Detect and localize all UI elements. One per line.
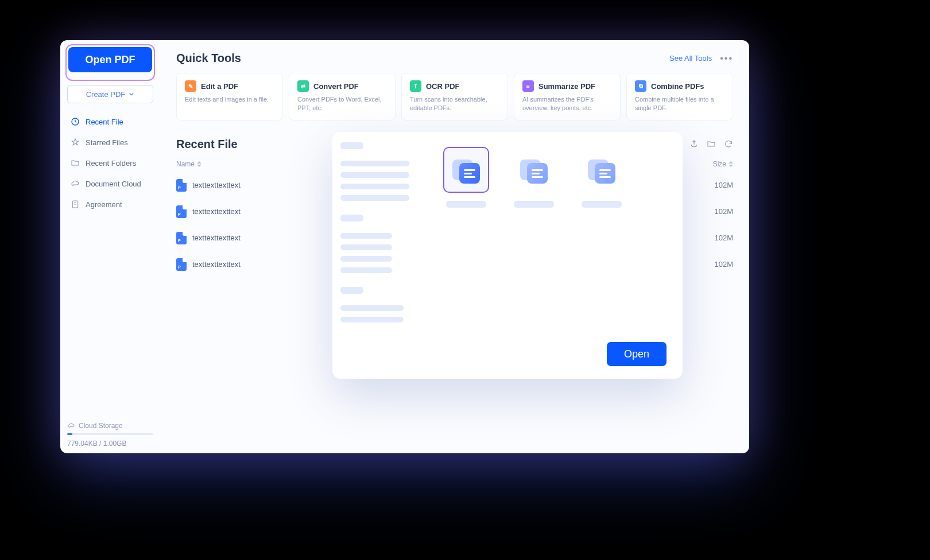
nav-label: Document Cloud <box>86 180 141 188</box>
main-content: Quick Tools See All Tools ••• ✎Edit a PD… <box>160 40 749 453</box>
recent-file-heading: Recent File <box>176 138 238 151</box>
dialog-sidebar <box>332 132 423 379</box>
star-icon <box>71 138 80 147</box>
nav-recent-file[interactable]: Recent File <box>67 112 153 131</box>
tool-desc: Convert PDFs to Word, Excel, PPT, etc. <box>297 95 387 113</box>
open-dialog: Open <box>332 132 683 379</box>
open-pdf-highlight: Open PDF <box>65 44 155 81</box>
file-name: texttexttexttext <box>192 207 241 216</box>
cloud-icon <box>71 179 80 188</box>
nav-label: Recent File <box>86 118 123 126</box>
sort-icon <box>197 161 202 167</box>
skeleton-line <box>340 233 392 239</box>
cloud-storage-label: Cloud Storage <box>79 422 123 430</box>
upload-icon[interactable] <box>689 139 699 149</box>
nav-document-cloud[interactable]: Document Cloud <box>67 174 153 193</box>
tool-convert-pdf[interactable]: ⇄Convert PDF Convert PDFs to Word, Excel… <box>289 73 396 120</box>
skeleton-line <box>582 201 622 208</box>
file-name: texttexttexttext <box>192 234 241 242</box>
tool-title: Summarize PDF <box>538 82 595 91</box>
dialog-open-button[interactable]: Open <box>607 342 666 366</box>
tool-edit-pdf[interactable]: ✎Edit a PDF Edit texts and images in a f… <box>176 73 283 120</box>
column-size[interactable]: Size <box>713 160 733 168</box>
folder-icon <box>71 158 80 168</box>
file-size: 102M <box>714 181 733 189</box>
skeleton-line <box>340 267 392 273</box>
nav-label: Recent Folders <box>86 159 136 168</box>
tool-title: Convert PDF <box>313 82 359 91</box>
tool-title: OCR PDF <box>426 82 460 91</box>
nav-label: Agreement <box>86 200 122 209</box>
tool-ocr-pdf[interactable]: TOCR PDF Turn scans into searchable, edi… <box>401 73 508 120</box>
create-pdf-label: Create PDF <box>86 90 126 99</box>
open-pdf-button[interactable]: Open PDF <box>68 47 152 72</box>
dialog-body: Open <box>423 132 683 379</box>
skeleton-line <box>340 172 409 178</box>
combine-icon: ⧉ <box>635 80 646 92</box>
skeleton-line <box>340 184 409 189</box>
quick-tools-heading: Quick Tools <box>176 52 241 65</box>
tool-combine-pdfs[interactable]: ⧉Combine PDFs Combine multiple files int… <box>626 73 733 120</box>
skeleton-line <box>446 201 486 208</box>
quick-tools-row: ✎Edit a PDF Edit texts and images in a f… <box>176 73 733 120</box>
document-icon <box>452 156 480 184</box>
tool-title: Edit a PDF <box>201 82 238 91</box>
tool-desc: AI summarizes the PDF's overview, key po… <box>522 95 612 113</box>
tool-desc: Combine multiple files into a single PDF… <box>635 95 724 113</box>
skeleton-line <box>340 142 363 149</box>
file-thumb-selected[interactable] <box>440 147 492 208</box>
skeleton-line <box>340 215 363 221</box>
tool-summarize-pdf[interactable]: ≡Summarize PDF AI summarizes the PDF's o… <box>514 73 621 120</box>
storage-bar <box>67 433 153 435</box>
ocr-icon: T <box>410 80 421 92</box>
skeleton-line <box>340 256 392 262</box>
document-icon <box>520 156 548 184</box>
sidebar-footer: Cloud Storage 779.04KB / 1.00GB <box>67 422 153 448</box>
refresh-icon[interactable] <box>724 139 733 149</box>
file-name: texttexttexttext <box>192 181 241 189</box>
nav-starred-files[interactable]: Starred Files <box>67 133 153 151</box>
summarize-icon: ≡ <box>522 80 534 92</box>
nav-recent-folders[interactable]: Recent Folders <box>67 154 153 172</box>
skeleton-line <box>340 305 404 311</box>
convert-icon: ⇄ <box>297 80 309 92</box>
sidebar-nav: Recent File Starred Files Recent Folders… <box>67 112 153 213</box>
file-size: 102M <box>714 234 733 242</box>
nav-label: Starred Files <box>86 138 128 147</box>
edit-icon: ✎ <box>185 80 196 92</box>
skeleton-line <box>340 244 392 250</box>
cloud-icon <box>67 422 75 430</box>
more-icon[interactable]: ••• <box>720 53 733 64</box>
skeleton-line <box>340 287 363 294</box>
document-icon <box>71 200 80 209</box>
clock-icon <box>71 117 80 126</box>
document-icon <box>588 156 615 184</box>
chevron-down-icon <box>129 91 134 97</box>
column-name[interactable]: Name <box>176 160 202 168</box>
pdf-file-icon: P <box>176 205 187 218</box>
nav-agreement[interactable]: Agreement <box>67 195 153 213</box>
pdf-file-icon: P <box>176 179 187 192</box>
app-window: Open PDF Create PDF Recent File Starred … <box>60 40 749 453</box>
create-pdf-button[interactable]: Create PDF <box>67 85 153 103</box>
skeleton-line <box>340 195 409 201</box>
skeleton-line <box>340 161 409 166</box>
see-all-tools-link[interactable]: See All Tools <box>669 54 712 63</box>
file-size: 102M <box>714 207 733 216</box>
file-name: texttexttexttext <box>192 260 241 269</box>
pdf-file-icon: P <box>176 232 187 244</box>
file-thumb[interactable] <box>508 147 560 208</box>
file-thumbnails <box>440 147 665 208</box>
folder-icon[interactable] <box>707 139 716 149</box>
storage-used-text: 779.04KB / 1.00GB <box>67 440 153 448</box>
skeleton-line <box>340 317 404 322</box>
sort-icon <box>728 161 733 167</box>
skeleton-line <box>514 201 554 208</box>
tool-desc: Turn scans into searchable, editable PDF… <box>410 95 499 113</box>
file-size: 102M <box>714 260 733 269</box>
pdf-file-icon: P <box>176 258 187 271</box>
tool-title: Combine PDFs <box>651 82 704 91</box>
tool-desc: Edit texts and images in a file. <box>185 95 274 104</box>
sidebar: Open PDF Create PDF Recent File Starred … <box>60 40 160 453</box>
file-thumb[interactable] <box>576 147 627 208</box>
